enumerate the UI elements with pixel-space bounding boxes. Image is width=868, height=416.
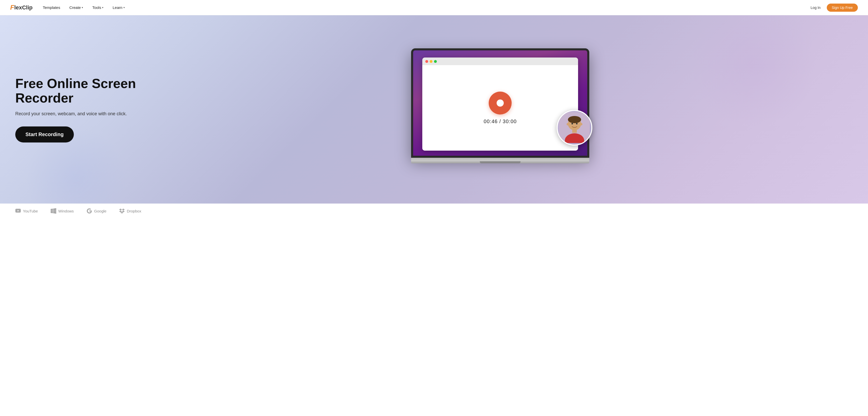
brand-dropbox: Dropbox: [119, 208, 141, 214]
windows-icon: [51, 208, 56, 214]
dropbox-icon: [119, 208, 125, 214]
nav-item-create[interactable]: Create ▾: [69, 5, 83, 10]
record-button-icon: [489, 92, 512, 115]
laptop: 00:46 / 30:00: [411, 49, 589, 163]
chevron-down-icon: ▾: [82, 6, 83, 9]
browser-content: 00:46 / 30:00: [422, 65, 578, 151]
brand-youtube-label: YouTube: [23, 209, 38, 213]
svg-point-6: [580, 123, 582, 125]
logo[interactable]: FlexClip: [10, 4, 33, 11]
nav-label-create: Create: [69, 5, 81, 10]
window-minimize-dot: [430, 60, 432, 63]
hero-section: Free Online Screen Recorder Record your …: [0, 15, 868, 203]
laptop-mockup: 00:46 / 30:00: [411, 49, 589, 170]
window-maximize-dot: [434, 60, 437, 63]
svg-point-2: [568, 116, 581, 123]
svg-rect-4: [572, 129, 577, 133]
brand-windows: Windows: [51, 208, 74, 214]
nav-label-tools: Tools: [92, 5, 101, 10]
svg-point-7: [571, 123, 573, 124]
chevron-down-icon: ▾: [102, 6, 103, 9]
webcam-person: [559, 113, 590, 143]
recording-timer: 00:46 / 30:00: [484, 119, 517, 124]
hero-right: 00:46 / 30:00: [148, 49, 853, 170]
laptop-base: [411, 158, 589, 163]
browser-titlebar: [422, 58, 578, 65]
brand-google: Google: [87, 208, 106, 214]
svg-point-8: [576, 123, 578, 124]
nav-link-templates[interactable]: Templates: [43, 5, 60, 10]
nav-link-tools[interactable]: Tools ▾: [92, 5, 103, 10]
brand-dropbox-label: Dropbox: [127, 209, 141, 213]
login-button[interactable]: Log In: [808, 4, 824, 11]
nav-links: Templates Create ▾ Tools ▾ Learn ▾: [43, 5, 125, 10]
svg-point-5: [567, 123, 569, 125]
google-icon: [87, 208, 92, 214]
hero-left: Free Online Screen Recorder Record your …: [15, 76, 148, 142]
youtube-icon: [15, 208, 21, 214]
hero-subtitle: Record your screen, webcam, and voice wi…: [15, 110, 148, 117]
logo-clip-text: lexClip: [14, 4, 33, 11]
navbar: FlexClip Templates Create ▾ Tools ▾ Lear…: [0, 0, 868, 15]
brands-bar: YouTube Windows Google Dropbox: [0, 203, 868, 218]
nav-right: Log In Sign Up Free: [808, 4, 858, 12]
person-avatar-svg: [559, 113, 590, 143]
logo-f-letter: F: [10, 4, 14, 11]
signup-button[interactable]: Sign Up Free: [827, 4, 858, 12]
start-recording-button[interactable]: Start Recording: [15, 126, 74, 142]
window-close-dot: [425, 60, 428, 63]
record-inner-circle: [497, 99, 504, 106]
chevron-down-icon: ▾: [123, 6, 125, 9]
nav-item-learn[interactable]: Learn ▾: [113, 5, 124, 10]
nav-link-learn[interactable]: Learn ▾: [113, 5, 124, 10]
nav-link-create[interactable]: Create ▾: [69, 5, 83, 10]
browser-window: 00:46 / 30:00: [422, 58, 578, 151]
webcam-bubble: [557, 110, 592, 146]
nav-item-tools[interactable]: Tools ▾: [92, 5, 103, 10]
laptop-screen: 00:46 / 30:00: [411, 49, 589, 158]
brand-google-label: Google: [94, 209, 106, 213]
nav-label-templates: Templates: [43, 5, 60, 10]
hero-title: Free Online Screen Recorder: [15, 76, 148, 105]
nav-label-learn: Learn: [113, 5, 122, 10]
nav-item-templates[interactable]: Templates: [43, 5, 60, 10]
brand-youtube: YouTube: [15, 208, 38, 214]
brand-windows-label: Windows: [58, 209, 74, 213]
